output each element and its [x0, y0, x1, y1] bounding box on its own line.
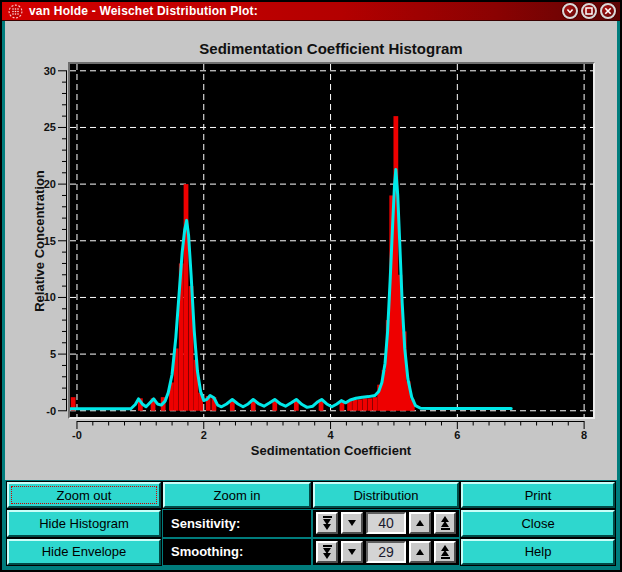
sensitivity-increment-button[interactable]	[409, 512, 431, 534]
down-arrow-icon	[348, 520, 356, 526]
down-arrow-icon	[348, 549, 356, 555]
close-window-button[interactable]	[600, 3, 616, 19]
help-button[interactable]: Help	[461, 539, 615, 565]
double-down-arrow-icon	[323, 545, 332, 559]
close-icon	[603, 6, 613, 16]
sensitivity-max-button[interactable]	[434, 512, 456, 534]
control-panel: Zoom out Zoom in Distribution Print Hide…	[5, 480, 617, 567]
shade-window-button[interactable]	[562, 3, 578, 19]
sensitivity-decrement-button[interactable]	[341, 512, 363, 534]
double-up-arrow-icon	[441, 545, 450, 559]
x-tick-label: 2	[184, 429, 224, 441]
close-button[interactable]: Close	[461, 510, 615, 536]
y-tick-label: -0	[26, 405, 56, 417]
up-arrow-icon	[416, 549, 424, 555]
window-title: van Holde - Weischet Distribution Plot:	[29, 4, 258, 18]
x-tick-label: 8	[564, 429, 604, 441]
x-tick-label: 6	[437, 429, 477, 441]
histogram-plot	[70, 64, 593, 417]
sensitivity-spinner: 40	[313, 510, 459, 536]
double-up-arrow-icon	[441, 516, 450, 530]
x-tick-label: -0	[57, 429, 97, 441]
smoothing-min-button[interactable]	[316, 541, 338, 563]
distribution-plot-window: van Holde - Weischet Distribution Plot: …	[0, 0, 622, 572]
smoothing-max-button[interactable]	[434, 541, 456, 563]
chart-title: Sedimentation Coefficient Histogram	[199, 40, 462, 57]
y-tick-label: 25	[26, 121, 56, 133]
smoothing-label: Smoothing:	[163, 539, 311, 565]
smoothing-value[interactable]: 29	[366, 541, 406, 563]
smoothing-decrement-button[interactable]	[341, 541, 363, 563]
x-axis-title: Sedimentation Coefficient	[251, 443, 411, 458]
zoom-in-button[interactable]: Zoom in	[163, 482, 311, 508]
maximize-window-button[interactable]	[581, 3, 597, 19]
plot-area[interactable]	[68, 62, 595, 419]
x-tick-label: 4	[311, 429, 351, 441]
ultrascan-logo-icon	[8, 4, 23, 19]
maximize-icon	[584, 6, 594, 16]
chevron-down-icon	[565, 6, 575, 16]
hide-histogram-button[interactable]: Hide Histogram	[7, 510, 161, 536]
smoothing-spinner: 29	[313, 539, 459, 565]
hide-envelope-button[interactable]: Hide Envelope	[7, 539, 161, 565]
window-titlebar[interactable]: van Holde - Weischet Distribution Plot:	[2, 2, 620, 21]
up-arrow-icon	[416, 520, 424, 526]
y-tick-label: 30	[26, 65, 56, 77]
y-tick-label: 5	[26, 348, 56, 360]
print-button[interactable]: Print	[461, 482, 615, 508]
sensitivity-min-button[interactable]	[316, 512, 338, 534]
double-down-arrow-icon	[323, 516, 332, 530]
y-axis-title: Relative Concentration	[32, 170, 47, 312]
zoom-out-button[interactable]: Zoom out	[7, 482, 161, 508]
distribution-button[interactable]: Distribution	[313, 482, 459, 508]
sensitivity-label: Sensitivity:	[163, 510, 311, 536]
y-axis-ticks	[58, 64, 67, 417]
sensitivity-value[interactable]: 40	[366, 512, 406, 534]
smoothing-increment-button[interactable]	[409, 541, 431, 563]
